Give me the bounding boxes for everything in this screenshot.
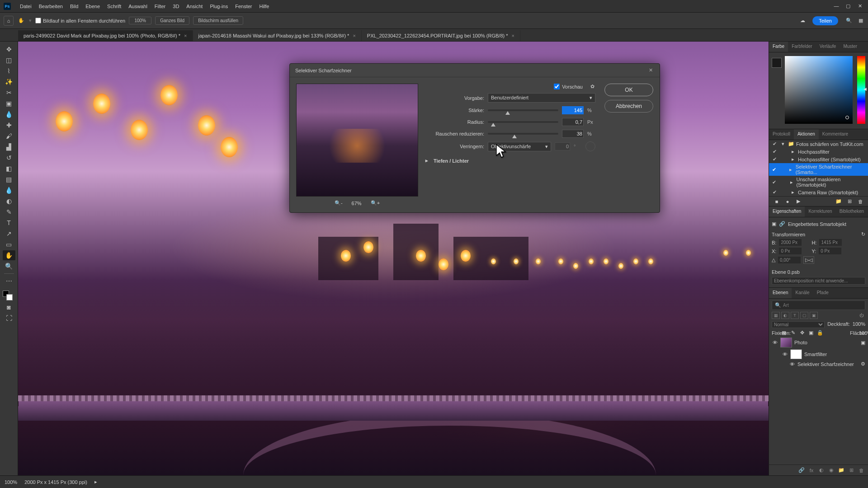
ok-button[interactable]: OK [604, 84, 653, 96]
frame-tool[interactable]: ▣ [3, 99, 15, 108]
layer-row[interactable]: 👁 Selektiver Scharfzeichner ⚙ [769, 360, 868, 368]
hand-tool[interactable]: ✋ [3, 250, 15, 260]
menu-select[interactable]: Auswahl [125, 4, 151, 9]
hand-tool-icon[interactable]: ✋ [17, 17, 25, 25]
comments-tab[interactable]: Kommentare [819, 129, 852, 140]
status-zoom[interactable]: 100% [5, 479, 17, 485]
heal-tool[interactable]: ✚ [3, 120, 15, 130]
lock-pixel-icon[interactable]: ✎ [790, 330, 796, 336]
layer-thumbnail[interactable] [780, 338, 792, 347]
paths-tab[interactable]: Pfade [813, 288, 832, 298]
zoom-in-icon[interactable]: 🔍+ [371, 200, 380, 206]
reset-icon[interactable]: ↻ [861, 231, 865, 237]
menu-file[interactable]: Datei [16, 4, 35, 9]
delete-layer-icon[interactable]: 🗑 [858, 468, 864, 473]
action-item[interactable]: ✔▸Hochpassfilter [769, 148, 868, 155]
adjustments-tab[interactable]: Korrekturen [805, 206, 835, 217]
visibility-icon[interactable]: 👁 [782, 352, 788, 357]
link-layers-icon[interactable]: 🔗 [798, 467, 805, 473]
fx-icon[interactable]: fx [808, 468, 815, 473]
type-tool[interactable]: T [3, 218, 15, 228]
path-tool[interactable]: ↗ [3, 229, 15, 239]
remove-select[interactable]: Objektivunschärfe▾ [488, 142, 551, 151]
menu-type[interactable]: Schrift [104, 4, 125, 9]
color-tab[interactable]: Farbe [769, 42, 788, 52]
menu-image[interactable]: Bild [66, 4, 82, 9]
cloud-icon[interactable]: ☁ [800, 18, 805, 23]
group-icon[interactable]: 📁 [838, 467, 844, 473]
new-layer-icon[interactable]: ⊞ [848, 467, 854, 473]
amount-input[interactable]: 145 [562, 106, 584, 114]
status-arrow[interactable]: ▸ [94, 479, 97, 485]
actions-tab[interactable]: Aktionen [794, 129, 819, 140]
new-action-icon[interactable]: ⊞ [846, 198, 853, 204]
lock-artboard-icon[interactable]: ▣ [808, 330, 814, 336]
eyedropper-tool[interactable]: 💧 [3, 109, 15, 119]
y-input[interactable] [819, 248, 841, 254]
lock-icon[interactable]: 🔒 [817, 330, 823, 336]
search-icon[interactable]: 🔍 [845, 18, 853, 23]
properties-tab[interactable]: Eigenschaften [769, 206, 805, 217]
screenmode-toggle[interactable]: ⛶ [3, 313, 15, 323]
layer-thumbnail[interactable] [790, 349, 802, 359]
shadows-highlights-section[interactable]: ▸Tiefen / Lichter [425, 155, 595, 164]
color-fg-swatch[interactable] [772, 58, 782, 68]
menu-3d[interactable]: 3D [169, 4, 183, 9]
background-swatch[interactable] [6, 294, 13, 300]
flip-h-icon[interactable]: ▷◁ [803, 256, 814, 264]
zoom-input[interactable] [129, 17, 151, 24]
zoom-tool[interactable]: 🔍 [3, 261, 15, 271]
quickmask-toggle[interactable]: ◙ [3, 302, 15, 312]
filter-smart-icon[interactable]: ▣ [810, 312, 818, 319]
menu-filter[interactable]: Filter [151, 4, 169, 9]
fit-screen-button[interactable]: Ganzes Bild [155, 16, 189, 25]
amount-slider[interactable] [488, 109, 558, 111]
menu-window[interactable]: Fenster [231, 4, 255, 9]
layer-search-input[interactable] [783, 303, 862, 308]
remove-angle-input[interactable]: 0 [555, 142, 570, 150]
menu-edit[interactable]: Bearbeiten [35, 4, 66, 9]
patterns-tab[interactable]: Muster [840, 42, 861, 52]
minimize-button[interactable]: — [834, 3, 839, 9]
shape-tool[interactable]: ▭ [3, 239, 15, 249]
scroll-all-checkbox[interactable]: Bildlauf in allen Fenstern durchführen [35, 18, 125, 23]
menu-plugins[interactable]: Plug-ins [206, 4, 231, 9]
stop-icon[interactable]: ■ [774, 199, 780, 204]
filter-adjust-icon[interactable]: ◐ [781, 312, 789, 319]
cancel-button[interactable]: Abbrechen [604, 100, 653, 113]
gradient-tool[interactable]: ▤ [3, 174, 15, 184]
zoom-out-icon[interactable]: 🔍- [335, 200, 343, 206]
filter-type-icon[interactable]: T [791, 312, 799, 319]
layers-tab[interactable]: Ebenen [769, 288, 792, 298]
move-tool[interactable]: ✥ [3, 44, 15, 54]
x-input[interactable] [779, 248, 802, 254]
status-info[interactable]: 2000 Px x 1415 Px (300 ppi) [24, 479, 87, 485]
visibility-icon[interactable]: 👁 [772, 340, 778, 345]
preview-checkbox[interactable]: Vorschau [554, 84, 583, 89]
radius-slider[interactable] [488, 121, 558, 123]
brush-tool[interactable]: 🖌 [3, 131, 15, 141]
edit-toolbar[interactable]: ⋯ [3, 276, 15, 286]
delete-icon[interactable]: 🗑 [857, 199, 863, 204]
angle-dial-icon[interactable] [585, 141, 595, 151]
wand-tool[interactable]: ✨ [3, 77, 15, 87]
document-tab[interactable]: japan-2014618 Masashi Wakui auf Pixabay.… [193, 30, 362, 41]
menu-view[interactable]: Ansicht [183, 4, 206, 9]
history-tab[interactable]: Protokoll [769, 129, 794, 140]
close-icon[interactable]: ✕ [647, 67, 654, 73]
color-panel[interactable]: ◀ [769, 52, 868, 129]
gear-icon[interactable]: ✿ [589, 84, 595, 89]
action-item[interactable]: ✔▸Camera Raw (Smartobjekt) [769, 188, 868, 196]
action-item[interactable]: ✔▸Hochpassfilter (Smartobjekt) [769, 155, 868, 163]
play-icon[interactable]: ▶ [795, 198, 802, 204]
color-field[interactable] [785, 56, 853, 124]
action-item-selected[interactable]: ✔▸Selektiver Scharfzeichner (Smarto... [769, 163, 868, 176]
home-icon[interactable]: ⌂ [4, 16, 14, 26]
noise-slider[interactable] [488, 133, 558, 135]
layer-row[interactable]: 👁 Smartfilter [769, 348, 868, 360]
filter-pixel-icon[interactable]: ▦ [772, 312, 780, 319]
document-tab[interactable]: paris-2499022 David Mark auf Pixabay.jpg… [18, 30, 193, 41]
libraries-tab[interactable]: Bibliotheken [836, 206, 868, 217]
noise-input[interactable]: 38 [562, 130, 584, 138]
preset-select[interactable]: Benutzerdefiniert▾ [488, 93, 595, 103]
